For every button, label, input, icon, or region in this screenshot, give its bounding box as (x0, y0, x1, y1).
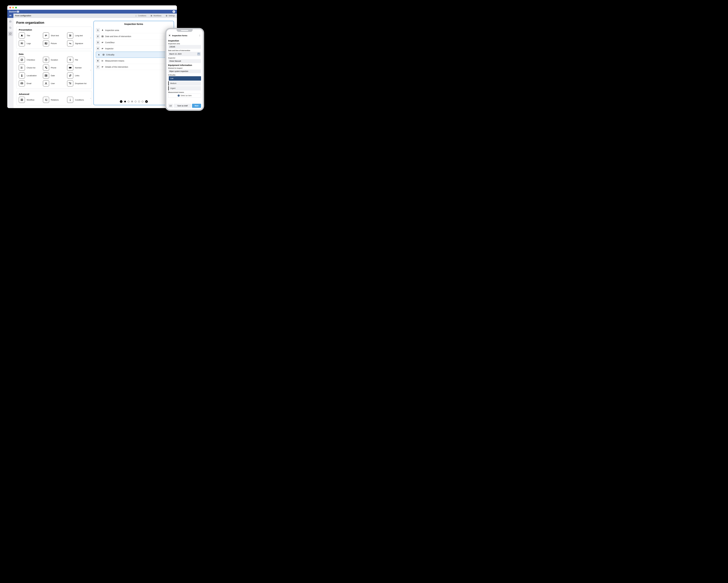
tile-label: Logo (27, 42, 31, 45)
calendar-icon[interactable] (198, 53, 200, 55)
mobile-title: Inspection forms (172, 34, 197, 37)
tile-title[interactable]: A Title (19, 32, 41, 38)
topnav-workflows[interactable]: Workflows (148, 15, 163, 17)
tile-links[interactable]: Links (67, 73, 89, 79)
date-field[interactable]: March 13, 2023 (168, 52, 201, 56)
svg-point-43 (46, 83, 47, 83)
inspection-area-field[interactable]: 235345 (168, 45, 201, 49)
form-row[interactable]: 7 Details of the intervention (96, 64, 172, 70)
minimize-window-icon[interactable] (12, 7, 14, 8)
page-dot[interactable] (142, 101, 144, 103)
page-title: Form organization (16, 21, 92, 25)
email-icon (19, 80, 25, 86)
add-page-button[interactable]: + (145, 100, 148, 103)
field-label: Inspection area (168, 43, 201, 45)
tile-short-text[interactable]: Short text (43, 32, 66, 38)
window-controls (7, 5, 177, 10)
tile-label: Links (75, 75, 79, 77)
tile-number[interactable]: 123 Nomber (67, 64, 89, 71)
app-menu-icon[interactable] (7, 13, 14, 18)
form-row[interactable]: 3 Contrôleur (96, 39, 172, 46)
tile-localization[interactable]: Localization (19, 73, 41, 79)
close-window-icon[interactable] (9, 7, 11, 8)
tile-label: Workflow (27, 99, 34, 101)
save-draft-button[interactable]: Save as draft (174, 104, 191, 108)
tile-relations[interactable]: Relations (43, 97, 66, 103)
tile-duration[interactable]: Duration (43, 57, 66, 63)
topnav-settings[interactable]: Settings (163, 15, 177, 17)
page-dot[interactable] (138, 101, 140, 103)
tile-conditions[interactable]: Conditions (67, 97, 89, 103)
svg-point-67 (102, 61, 102, 61)
tile-choice-list[interactable]: Choice list (19, 64, 41, 71)
topnav-conditions[interactable]: Conditions (133, 15, 148, 17)
form-row[interactable]: 5 Criticality (96, 52, 172, 58)
tile-phone[interactable]: Phone (43, 64, 66, 71)
tile-checkbox[interactable]: Checkbox (19, 57, 41, 63)
criticality-option-medium[interactable]: Medium (168, 81, 201, 86)
user-avatar-icon[interactable] (173, 10, 175, 13)
section-title: Advanced (19, 93, 89, 95)
short-text-icon (43, 32, 49, 38)
sidebar-chart-icon[interactable] (8, 25, 12, 30)
form-row[interactable]: 6 Measurement means (96, 58, 172, 64)
chevron-right-icon[interactable]: › (89, 97, 92, 100)
chevron-right-icon[interactable]: › (89, 69, 92, 71)
row-label: Date and time of intervention (105, 35, 131, 37)
logo-icon (19, 40, 25, 47)
checkbox-icon (102, 54, 105, 56)
conditions-icon (67, 97, 73, 103)
criticality-option-urgent[interactable]: Urgent (168, 86, 201, 90)
tile-label: Phone (51, 67, 56, 69)
form-row[interactable]: 4 Inspector (96, 46, 172, 52)
picture-icon (43, 40, 49, 47)
kebab-menu-icon[interactable]: ⋮ (199, 34, 201, 37)
criticality-option-low[interactable]: Low (168, 76, 201, 81)
tile-label: Relations (51, 99, 59, 101)
chevron-right-icon[interactable]: › (89, 37, 92, 39)
page-dot[interactable] (131, 101, 133, 103)
page-dot[interactable] (135, 101, 136, 103)
tile-logo[interactable]: Logo (19, 40, 41, 47)
relations-icon (43, 97, 49, 103)
maximize-window-icon[interactable] (15, 7, 17, 8)
form-row[interactable]: 1 A Inspection area (96, 27, 172, 33)
remove-page-button[interactable]: – (120, 100, 123, 103)
title-icon: A (19, 32, 25, 38)
tile-date[interactable]: Date (43, 73, 66, 79)
signature-icon (67, 40, 73, 47)
tile-dropdown[interactable]: Dropdown list (67, 80, 89, 86)
row-number: 4 (96, 47, 100, 51)
tile-user[interactable]: User (43, 80, 66, 86)
svg-text:123: 123 (69, 67, 72, 68)
field-label: Element to inspect (168, 67, 201, 69)
inspector-field[interactable]: Olivier Maroulit (168, 59, 201, 63)
tile-file[interactable]: File (67, 57, 89, 63)
svg-point-65 (102, 60, 102, 61)
page-dot[interactable] (124, 101, 126, 103)
svg-point-51 (70, 101, 71, 101)
row-number: 7 (96, 65, 100, 69)
tile-picture[interactable]: Picture (43, 40, 66, 47)
svg-rect-3 (11, 15, 11, 15)
form-row[interactable]: 2 Date and time of intervention (96, 33, 172, 39)
next-button[interactable]: Next (192, 104, 201, 108)
tile-label: Duration (51, 59, 58, 61)
tile-label: Short text (51, 34, 59, 37)
title-icon: A (101, 29, 104, 31)
sidebar-form-icon[interactable] (8, 32, 12, 36)
tile-workflow[interactable]: Workflow (19, 97, 41, 103)
sidebar-calendar-icon[interactable] (8, 19, 12, 24)
user-icon (43, 80, 49, 86)
tile-long-text[interactable]: Long text (67, 32, 89, 38)
form-builder-panel: Form organization Presentation› A Title … (16, 21, 92, 105)
tile-email[interactable]: Email (19, 80, 41, 86)
svg-marker-12 (166, 15, 167, 16)
app-window: Daxium Air Form configuration Conditions… (7, 5, 177, 108)
page-dot[interactable] (128, 101, 129, 103)
tile-signature[interactable]: Signature (67, 40, 89, 47)
close-icon[interactable]: ✕ (168, 34, 171, 37)
select-item-button[interactable]: + Select an item (168, 93, 201, 98)
svg-rect-49 (22, 99, 23, 101)
element-field[interactable]: Wiper system inspection (168, 70, 201, 73)
